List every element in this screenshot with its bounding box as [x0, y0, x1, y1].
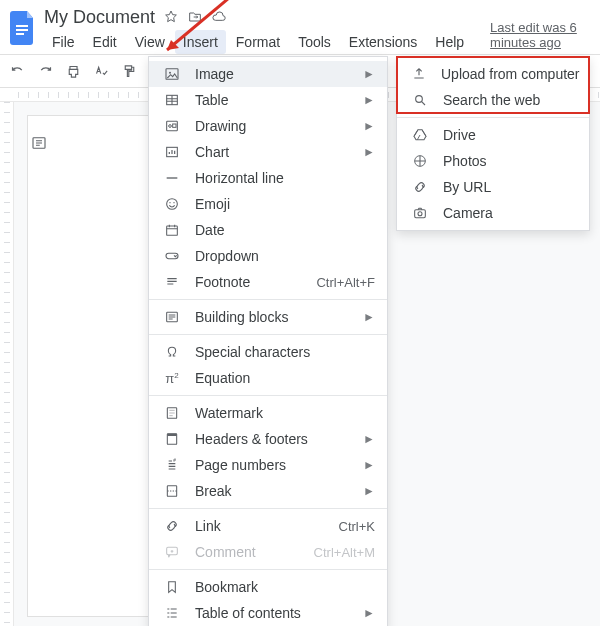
insert-item-special-characters[interactable]: Special characters	[149, 339, 387, 365]
insert-item-break[interactable]: Break►	[149, 478, 387, 504]
date-icon	[163, 222, 181, 238]
insert-item-link[interactable]: LinkCtrl+K	[149, 513, 387, 539]
link-icon	[163, 518, 181, 534]
menu-extensions[interactable]: Extensions	[341, 30, 425, 54]
insert-item-watermark[interactable]: Watermark	[149, 400, 387, 426]
menu-item-label: Equation	[195, 370, 375, 386]
insert-item-drawing[interactable]: Drawing►	[149, 113, 387, 139]
menu-item-label: Drive	[443, 127, 577, 143]
insert-item-chart[interactable]: Chart►	[149, 139, 387, 165]
docs-icon	[10, 11, 36, 45]
insert-item-horizontal-line[interactable]: Horizontal line	[149, 165, 387, 191]
insert-item-image[interactable]: Image►	[149, 61, 387, 87]
page[interactable]	[28, 116, 148, 616]
spellcheck-icon[interactable]	[92, 62, 110, 80]
paint-format-icon[interactable]	[120, 62, 138, 80]
image-sub-item-camera[interactable]: Camera	[397, 200, 589, 226]
menu-item-shortcut: Ctrl+K	[339, 519, 375, 534]
menu-edit[interactable]: Edit	[85, 30, 125, 54]
menu-item-label: Camera	[443, 205, 577, 221]
image-sub-item-upload-from-computer[interactable]: Upload from computer	[397, 61, 589, 87]
menu-item-label: Special characters	[195, 344, 375, 360]
last-edit-link[interactable]: Last edit was 6 minutes ago	[490, 20, 590, 54]
insert-item-headers-footers[interactable]: Headers & footers►	[149, 426, 387, 452]
insert-item-footnote[interactable]: FootnoteCtrl+Alt+F	[149, 269, 387, 295]
menu-help[interactable]: Help	[427, 30, 472, 54]
menu-item-label: Page numbers	[195, 457, 349, 473]
menu-item-label: Building blocks	[195, 309, 349, 325]
url-icon	[411, 179, 429, 195]
image-sub-item-by-url[interactable]: By URL	[397, 174, 589, 200]
insert-item-building-blocks[interactable]: Building blocks►	[149, 304, 387, 330]
drawing-icon	[163, 118, 181, 134]
submenu-arrow-icon: ►	[363, 484, 375, 498]
svg-rect-1	[16, 29, 28, 31]
menu-file[interactable]: File	[44, 30, 83, 54]
photos-icon	[411, 153, 429, 169]
menu-item-label: Drawing	[195, 118, 349, 134]
submenu-arrow-icon: ►	[363, 119, 375, 133]
menu-item-label: Upload from computer	[441, 66, 580, 82]
undo-icon[interactable]	[8, 62, 26, 80]
move-icon[interactable]	[187, 9, 203, 25]
menu-item-label: Photos	[443, 153, 577, 169]
menu-insert[interactable]: Insert	[175, 30, 226, 54]
insert-item-page-numbers[interactable]: Page numbers►	[149, 452, 387, 478]
menu-item-label: Dropdown	[195, 248, 375, 264]
submenu-arrow-icon: ►	[363, 93, 375, 107]
camera-icon	[411, 205, 429, 221]
headers-icon	[163, 431, 181, 447]
menu-item-shortcut: Ctrl+Alt+M	[314, 545, 375, 560]
insert-item-dropdown[interactable]: Dropdown	[149, 243, 387, 269]
insert-item-table-of-contents[interactable]: Table of contents►	[149, 600, 387, 626]
insert-item-equation[interactable]: π2Equation	[149, 365, 387, 391]
image-icon	[163, 66, 181, 82]
menu-separator	[149, 508, 387, 509]
comment-icon	[163, 544, 181, 560]
insert-item-emoji[interactable]: Emoji	[149, 191, 387, 217]
document-title[interactable]: My Document	[44, 7, 155, 28]
menu-separator	[149, 334, 387, 335]
menu-item-label: Link	[195, 518, 325, 534]
menu-item-label: Watermark	[195, 405, 375, 421]
menu-separator	[149, 299, 387, 300]
menu-format[interactable]: Format	[228, 30, 288, 54]
print-icon[interactable]	[64, 62, 82, 80]
image-sub-item-photos[interactable]: Photos	[397, 148, 589, 174]
vertical-ruler[interactable]	[0, 102, 14, 626]
cloud-status-icon[interactable]	[211, 9, 227, 25]
blocks-icon	[163, 309, 181, 325]
menu-item-label: Date	[195, 222, 375, 238]
menu-item-label: Search the web	[443, 92, 577, 108]
menu-separator	[149, 395, 387, 396]
insert-item-bookmark[interactable]: Bookmark	[149, 574, 387, 600]
image-submenu: Upload from computerSearch the webDriveP…	[396, 56, 590, 231]
menu-item-label: Comment	[195, 544, 300, 560]
hr-icon	[163, 170, 181, 186]
watermark-icon	[163, 405, 181, 421]
image-sub-item-drive[interactable]: Drive	[397, 122, 589, 148]
submenu-arrow-icon: ►	[363, 432, 375, 446]
search-icon	[411, 92, 429, 108]
docs-logo[interactable]	[10, 6, 36, 50]
chart-icon	[163, 144, 181, 160]
break-icon	[163, 483, 181, 499]
menu-item-label: Bookmark	[195, 579, 375, 595]
star-icon[interactable]	[163, 9, 179, 25]
submenu-arrow-icon: ►	[363, 458, 375, 472]
menu-view[interactable]: View	[127, 30, 173, 54]
redo-icon[interactable]	[36, 62, 54, 80]
menu-tools[interactable]: Tools	[290, 30, 339, 54]
image-sub-item-search-the-web[interactable]: Search the web	[397, 87, 589, 113]
menu-item-label: Table	[195, 92, 349, 108]
menu-item-label: Table of contents	[195, 605, 349, 621]
outline-toggle-icon[interactable]	[30, 134, 48, 155]
menu-item-label: Emoji	[195, 196, 375, 212]
insert-item-date[interactable]: Date	[149, 217, 387, 243]
insert-item-table[interactable]: Table►	[149, 87, 387, 113]
menu-item-label: Image	[195, 66, 349, 82]
toc-icon	[163, 605, 181, 621]
omega-icon	[163, 344, 181, 360]
submenu-arrow-icon: ►	[363, 310, 375, 324]
upload-icon	[411, 66, 427, 82]
